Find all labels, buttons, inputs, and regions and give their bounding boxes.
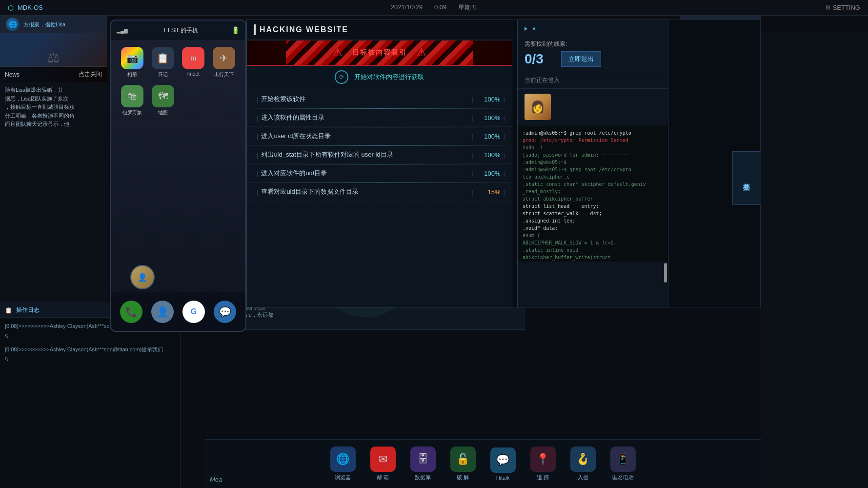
- battery-icon: 🔋: [231, 26, 240, 34]
- hack-step-1: | 开始检索该软件 | 100% |: [247, 90, 512, 108]
- phone-app-photos[interactable]: 📷 相册: [121, 47, 144, 78]
- terminal-line: lco abikcipher.c: [523, 173, 663, 181]
- track-icon: 📍: [530, 447, 556, 472]
- current-hack-label: 当前正在侵入: [518, 72, 668, 89]
- phone-name: ELSIE的手机: [131, 26, 231, 35]
- terminal-line: :admin@wks05:~$ grep root /etc/crypto: [523, 166, 663, 173]
- weekday-label: 星期五: [458, 3, 477, 12]
- news-close-bar[interactable]: News 点击关闭: [0, 66, 107, 82]
- dock-google[interactable]: G: [182, 301, 205, 323]
- mea-text: Mea: [210, 476, 222, 483]
- shopping-label: 包罗万象: [122, 109, 142, 116]
- right-panel: [761, 16, 868, 488]
- topbar: ⬡ MDK-OS 2021/10/29 0:09 星期五 ⚙ SETTING: [0, 0, 868, 16]
- log-content: [0:08]>>>>>>>>>>Ashley Clayson(Ash***son…: [0, 318, 180, 488]
- log-line: \\: [5, 331, 175, 341]
- terminal-line: struct list_head entry;: [523, 203, 663, 210]
- terminal-line: :admin@wks05:~$ grep root /etc/crypto: [523, 129, 663, 137]
- dock-messages[interactable]: 💬: [214, 301, 236, 323]
- share-doc-button[interactable]: 共享文档: [732, 151, 761, 205]
- info-panel: ▼ 需要找到的线索: 0/3 立即退出 当前正在侵入 👩 :admin@wks0…: [517, 20, 668, 307]
- anon-phone-icon: 📱: [610, 447, 636, 472]
- settings-button[interactable]: ⚙ SETTING: [825, 4, 860, 11]
- terminal-line: .static const char* skcipher_default.gen…: [523, 181, 663, 188]
- terminal-line: ABLKCIPHER_WALK_SLOW = 1 & !c<0,: [523, 239, 663, 246]
- hack-warning: ⚠ 目标被内容吸引 ⚠: [247, 41, 512, 66]
- dock-contacts[interactable]: 👤: [151, 301, 174, 323]
- close-button[interactable]: 点击关闭: [79, 70, 102, 79]
- hitalk-icon: 💬: [490, 447, 516, 473]
- hook-icon: 🪝: [570, 447, 596, 472]
- hitalk-label: Hitalk: [496, 475, 510, 481]
- photos-icon: 📷: [121, 47, 143, 69]
- progress-text: 开始对软件内容进行获取: [354, 73, 424, 81]
- mail-label: 邮 箱: [377, 474, 389, 481]
- phone-status-bar: ▂▄▆ ELSIE的手机 🔋: [111, 20, 245, 40]
- dock-phone[interactable]: 📞: [120, 301, 142, 323]
- hack-title: HACKING WEBSITE: [260, 25, 348, 34]
- left-panel-title: 方报案，指控Lisa: [23, 21, 65, 28]
- topbar-left: ⬡ MDK-OS: [8, 4, 43, 12]
- toolbar-hitalk[interactable]: 💬 Hitalk: [490, 447, 516, 481]
- news-text: 随着Lisa被爆出骗婚，其 据悉，Lisa团队实施了多次 ，接触目标一直到威胁目…: [0, 82, 107, 133]
- phone-app-shopping[interactable]: 🛍 包罗万象: [121, 85, 144, 116]
- news-banner: ⚖ News 点击关闭: [0, 33, 107, 82]
- hack-panel: HACKING WEBSITE ⚠ 目标被内容吸引 ⚠ ⟳ 开始对软件内容进行获…: [246, 20, 512, 307]
- terminal-line: [sudo] password for admin: ·········: [523, 151, 663, 159]
- info-panel-header: ▼: [518, 20, 668, 35]
- browser-icon: 🌐: [330, 447, 356, 472]
- warning-left-icon: ⚠: [333, 46, 343, 59]
- toolbar-decode[interactable]: 🔓 破 解: [450, 447, 476, 481]
- terminal-line: .static inline void abikcipher_buffer_wr…: [523, 246, 663, 261]
- imeet-icon: m: [182, 47, 204, 69]
- terminal-line: struct abikcipher_buffer: [523, 195, 663, 203]
- hack-step-4: | 列出uid_stat目录下所有软件对应的 user id目录 | 100% …: [247, 146, 512, 164]
- phone-app-maps[interactable]: 🗺 地图: [151, 85, 175, 116]
- imeet-label: Imeet: [187, 71, 200, 77]
- hack-step-5: | 进入对应软件的uid目录 | 100% |: [247, 164, 512, 183]
- clue-count: 0/3: [525, 51, 544, 67]
- database-label: 数据库: [415, 474, 431, 481]
- os-label: MDK-OS: [18, 4, 43, 11]
- log-line: \\: [5, 354, 175, 364]
- signal-icon: ▂▄▆: [117, 28, 128, 33]
- phone-app-diary[interactable]: 📋 日记: [151, 47, 175, 78]
- avatar-area: 👩: [518, 89, 668, 125]
- clue-section: 需要找到的线索: 0/3 立即退出: [518, 35, 668, 72]
- maps-icon: 🗺: [152, 85, 174, 107]
- warning-right-icon: ⚠: [417, 46, 426, 59]
- phone-app-imeet[interactable]: m Imeet: [182, 47, 205, 78]
- phone-icons-grid: 📷 相册 📋 日记 m Imeet ✈ 出行天下 🛍 包罗万象 🗺 地图: [111, 40, 245, 123]
- hook-label: 入侵: [578, 474, 588, 481]
- mail-icon: ✉: [370, 447, 396, 472]
- shopping-icon: 🛍: [121, 85, 143, 107]
- accent-bar: [254, 24, 256, 35]
- phone-app-travel[interactable]: ✈ 出行天下: [212, 47, 236, 78]
- toolbar-anon-phone[interactable]: 📱 匿名电话: [610, 447, 636, 481]
- phone-dock: 📞 👤 G 💬: [111, 292, 245, 331]
- database-icon: 🗄: [410, 447, 436, 472]
- diary-label: 日记: [158, 71, 168, 78]
- exit-button[interactable]: 立即退出: [561, 51, 601, 67]
- hack-step-2: | 进入该软件的属性目录 | 100% |: [247, 109, 512, 127]
- topbar-center: 2021/10/29 0:09 星期五: [391, 3, 477, 12]
- toolbar-hook[interactable]: 🪝 入侵: [570, 447, 596, 481]
- mea-corner: Mea: [205, 439, 254, 488]
- anon-phone-label: 匿名电话: [612, 474, 634, 481]
- hack-steps: | 开始检索该软件 | 100% | | 进入该软件的属性目录 | 100% |…: [247, 88, 512, 203]
- toolbar-track[interactable]: 📍 追 踪: [530, 447, 556, 481]
- track-label: 追 踪: [537, 474, 549, 481]
- avatar: 👩: [525, 94, 551, 120]
- toolbar-database[interactable]: 🗄 数据库: [410, 447, 436, 481]
- terminal-line: grep: /etc/crypto: Permission Denied: [523, 137, 663, 144]
- toolbar-browser[interactable]: 🌐 浏览器: [330, 447, 356, 481]
- toolbar-mail[interactable]: ✉ 邮 箱: [370, 447, 396, 481]
- progress-circle-icon: ⟳: [335, 70, 348, 84]
- terminal-line: struct scatter_walk dst;: [523, 210, 663, 217]
- hack-step-6: | 查看对应uid目录下的数据文件目录 | 15% |: [247, 183, 512, 201]
- filter-label: ▼: [531, 26, 537, 32]
- news-label: News: [5, 71, 20, 78]
- terminal-line: :admin@wks05:~$: [523, 159, 663, 166]
- globe-icon: 🌐: [6, 18, 20, 31]
- terminal-line: .unsigned int len;: [523, 217, 663, 224]
